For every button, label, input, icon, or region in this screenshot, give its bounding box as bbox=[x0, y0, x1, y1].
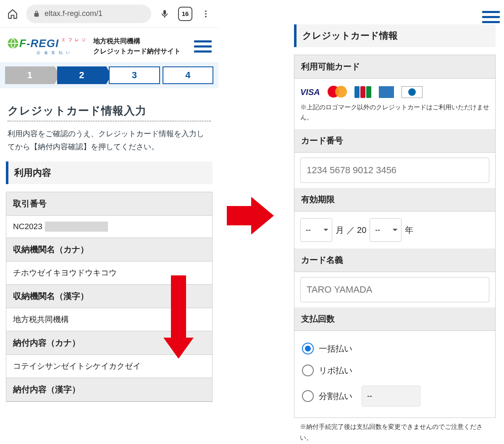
expiry-header: 有効期限 bbox=[294, 188, 495, 211]
browser-bar: eltax.f-regi.com/1 16 bbox=[0, 0, 218, 28]
card-name-input[interactable] bbox=[300, 277, 489, 302]
url-text: eltax.f-regi.com/1 bbox=[45, 9, 102, 18]
mastercard-logo bbox=[328, 86, 347, 98]
org-kana-label: 収納機関名（カナ） bbox=[6, 238, 212, 262]
pay-once-label: 一括払い bbox=[319, 342, 352, 355]
home-icon[interactable] bbox=[7, 8, 18, 20]
menu-icon[interactable] bbox=[194, 40, 212, 53]
usage-section-header: 利用内容 bbox=[6, 161, 213, 184]
visa-logo: VISA bbox=[300, 85, 320, 99]
step-indicator: 1 2 3 4 bbox=[0, 62, 218, 88]
available-cards-header: 利用可能カード bbox=[294, 55, 495, 79]
masked-segment bbox=[45, 222, 108, 232]
expiry-month-suffix: 月 ／ 20 bbox=[336, 223, 366, 237]
svg-point-2 bbox=[205, 16, 207, 17]
cc-form: 利用可能カード VISA 上記のロゴマーク以外のクレジットカードはご利用いただけ… bbox=[294, 55, 496, 418]
available-cards-body: VISA 上記のロゴマーク以外のクレジットカードはご利用いただけません。 bbox=[294, 79, 495, 129]
logo-subtitle: 公 金 支 払 い bbox=[19, 50, 88, 56]
menu-icon[interactable] bbox=[482, 11, 500, 23]
pay-revo-label: リボ払い bbox=[319, 364, 352, 377]
pay-once-radio[interactable]: 一括払い bbox=[300, 338, 489, 359]
step-2: 2 bbox=[57, 66, 107, 84]
pay-note-1: 納付手続完了後は支払回数を変更できませんのでご注意ください。 bbox=[300, 421, 490, 443]
pay-split-label: 分割払い bbox=[319, 389, 352, 403]
f-regi-logo: F-REGI エフレジ 公 金 支 払 い bbox=[7, 37, 88, 56]
card-name-header: カード名義 bbox=[294, 248, 495, 272]
diners-logo bbox=[402, 86, 423, 98]
next-screen-arrow-annotation bbox=[227, 197, 277, 235]
page-title: クレジットカード情報入力 bbox=[8, 103, 211, 122]
jcb-logo bbox=[354, 86, 371, 98]
expiry-month-select[interactable]: -- bbox=[300, 218, 332, 242]
expiry-year-select[interactable]: -- bbox=[370, 218, 402, 242]
scroll-down-arrow-annotation bbox=[167, 275, 190, 364]
page-lead: 利用内容をご確認のうえ、クレジットカード情報を入力してから【納付内容確認】を押し… bbox=[8, 127, 211, 153]
split-count-select[interactable]: -- bbox=[362, 386, 420, 407]
txn-no-value: NC2023 bbox=[6, 216, 212, 238]
step-4: 4 bbox=[163, 66, 214, 84]
pay-revo-radio[interactable]: リボ払い bbox=[300, 359, 489, 381]
txn-no-label: 取引番号 bbox=[6, 192, 212, 216]
site-title: 地方税共同機構 クレジットカード納付サイト bbox=[93, 36, 181, 56]
content-kanji-label: 納付内容（漢字） bbox=[6, 378, 212, 402]
expiry-year-suffix: 年 bbox=[405, 223, 413, 237]
svg-point-1 bbox=[205, 13, 207, 15]
pay-split-radio[interactable]: 分割払い -- bbox=[300, 381, 489, 411]
step-3: 3 bbox=[109, 66, 160, 84]
tab-count[interactable]: 16 bbox=[178, 7, 192, 21]
cc-section-header: クレジットカード情報 bbox=[294, 24, 496, 47]
step-1: 1 bbox=[5, 66, 55, 84]
lock-icon bbox=[33, 10, 40, 18]
kebab-icon[interactable] bbox=[200, 8, 212, 20]
card-number-input[interactable] bbox=[300, 158, 489, 183]
amex-logo bbox=[379, 86, 394, 98]
logo-tagline: エフレジ bbox=[61, 37, 88, 43]
pay-times-header: 支払回数 bbox=[294, 307, 495, 331]
svg-point-0 bbox=[205, 10, 207, 12]
url-bar[interactable]: eltax.f-regi.com/1 bbox=[26, 5, 151, 23]
available-cards-note: 上記のロゴマーク以外のクレジットカードはご利用いただけません。 bbox=[300, 102, 489, 122]
site-header: F-REGI エフレジ 公 金 支 払 い 地方税共同機構 クレジットカード納付… bbox=[0, 28, 218, 62]
mic-icon[interactable] bbox=[159, 8, 171, 20]
globe-icon bbox=[7, 37, 19, 50]
card-number-header: カード番号 bbox=[294, 129, 495, 153]
